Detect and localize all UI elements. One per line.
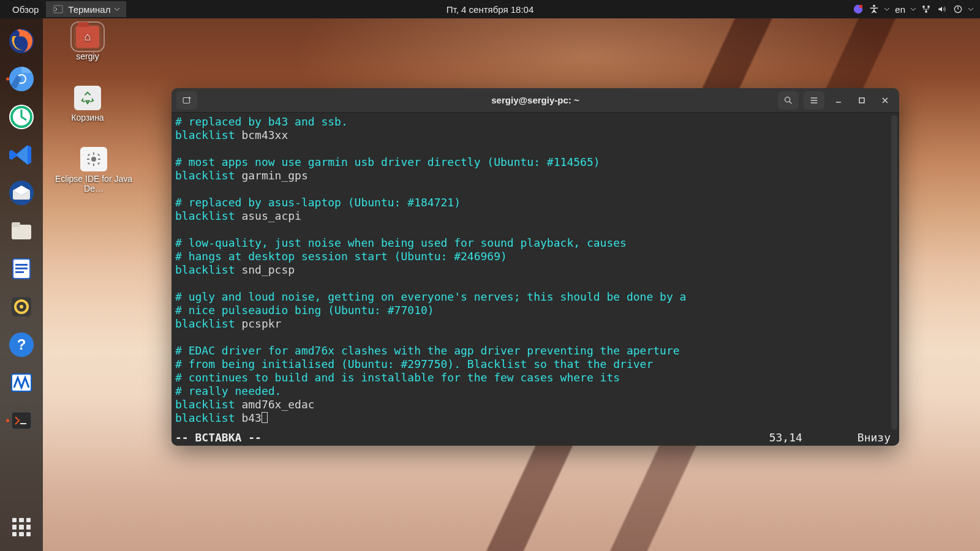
app-menu-label: Терминал bbox=[68, 4, 110, 15]
dock: ? bbox=[0, 18, 43, 551]
svg-rect-31 bbox=[93, 152, 94, 155]
svg-rect-29 bbox=[20, 423, 26, 424]
dock-vscode[interactable] bbox=[5, 138, 38, 171]
vim-location: Внизу bbox=[858, 431, 891, 444]
svg-rect-16 bbox=[12, 222, 20, 227]
desktop-icon-home[interactable]: ⌂ sergiy bbox=[54, 24, 121, 61]
accessibility-icon[interactable] bbox=[868, 3, 880, 15]
svg-rect-5 bbox=[927, 6, 929, 7]
svg-rect-28 bbox=[12, 412, 31, 429]
dock-rhythmbox[interactable] bbox=[5, 290, 38, 323]
app-menu-button[interactable]: Терминал bbox=[46, 1, 126, 17]
svg-point-30 bbox=[91, 157, 96, 162]
search-icon bbox=[783, 96, 793, 105]
dock-help[interactable]: ? bbox=[5, 328, 38, 361]
search-button[interactable] bbox=[778, 91, 799, 110]
desktop-icon-label: sergiy bbox=[54, 51, 121, 61]
terminal-titlebar[interactable]: sergiy@sergiy-pc: ~ bbox=[172, 88, 899, 113]
recycle-icon bbox=[81, 91, 94, 105]
svg-rect-33 bbox=[87, 159, 89, 160]
svg-rect-20 bbox=[15, 268, 28, 269]
svg-rect-37 bbox=[88, 162, 90, 165]
chevron-down-icon bbox=[884, 6, 890, 12]
svg-text:?: ? bbox=[17, 336, 26, 353]
power-icon[interactable] bbox=[952, 3, 964, 15]
apps-grid-icon bbox=[12, 518, 31, 536]
vim-mode: -- ВСТАВКА -- bbox=[175, 431, 262, 444]
svg-rect-0 bbox=[54, 6, 62, 13]
desktop-icon-label: Корзина bbox=[54, 113, 121, 122]
desktop-icon-eclipse[interactable]: Eclipse IDE for Java De… bbox=[54, 147, 134, 193]
svg-rect-36 bbox=[97, 162, 100, 165]
svg-rect-41 bbox=[859, 98, 864, 103]
close-button[interactable] bbox=[876, 91, 894, 110]
volume-icon[interactable] bbox=[936, 3, 948, 15]
svg-rect-39 bbox=[183, 97, 190, 103]
chevron-down-icon bbox=[114, 6, 120, 12]
svg-rect-6 bbox=[925, 10, 927, 12]
svg-rect-21 bbox=[15, 271, 24, 273]
dock-files[interactable] bbox=[5, 214, 38, 247]
desktop-icon-label: Eclipse IDE for Java De… bbox=[54, 174, 134, 193]
dock-anydesk[interactable] bbox=[5, 100, 38, 133]
dock-thunderbird[interactable] bbox=[5, 176, 38, 209]
svg-point-40 bbox=[785, 97, 790, 102]
dock-virtualbox[interactable] bbox=[5, 366, 38, 399]
home-icon: ⌂ bbox=[76, 26, 99, 48]
chevron-down-icon bbox=[910, 6, 916, 12]
svg-rect-4 bbox=[922, 6, 924, 7]
svg-rect-19 bbox=[15, 264, 28, 266]
clock-label: Пт, 4 сентября 18:04 bbox=[447, 4, 534, 15]
svg-point-2 bbox=[859, 5, 862, 8]
dock-chromium[interactable] bbox=[5, 62, 38, 96]
terminal-window: sergiy@sergiy-pc: ~ # replaced by b43 an… bbox=[172, 88, 899, 446]
vim-status-line: -- ВСТАВКА -- 53,14 Внизу bbox=[175, 431, 891, 444]
svg-point-3 bbox=[873, 5, 876, 7]
chevron-down-icon bbox=[968, 6, 974, 12]
new-tab-button[interactable] bbox=[176, 91, 197, 110]
dock-firefox[interactable] bbox=[5, 24, 38, 58]
show-applications-button[interactable] bbox=[5, 511, 38, 544]
viber-tray-icon[interactable] bbox=[852, 3, 864, 15]
activities-label: Обзор bbox=[12, 4, 39, 15]
gear-icon bbox=[86, 152, 101, 167]
window-title: sergiy@sergiy-pc: ~ bbox=[491, 95, 579, 105]
desktop-icon-trash[interactable]: Корзина bbox=[54, 86, 121, 122]
svg-point-24 bbox=[20, 305, 23, 309]
network-icon[interactable] bbox=[920, 3, 932, 15]
activities-button[interactable]: Обзор bbox=[6, 2, 45, 17]
svg-rect-34 bbox=[98, 159, 100, 160]
terminal-body[interactable]: # replaced by b43 and ssb.blacklist bcm4… bbox=[172, 113, 899, 446]
clock[interactable]: Пт, 4 сентября 18:04 bbox=[447, 4, 534, 15]
hamburger-menu-button[interactable] bbox=[804, 91, 824, 110]
terminal-content: # replaced by b43 and ssb.blacklist bcm4… bbox=[175, 115, 895, 425]
top-bar: Обзор Терминал Пт, 4 сентября 18:04 en bbox=[0, 0, 980, 18]
minimize-button[interactable] bbox=[829, 91, 848, 110]
menu-icon bbox=[809, 96, 819, 105]
keyboard-layout-label: en bbox=[895, 4, 905, 15]
dock-libreoffice-writer[interactable] bbox=[5, 252, 38, 285]
maximize-button[interactable] bbox=[853, 91, 871, 110]
dock-terminal[interactable] bbox=[5, 404, 38, 437]
keyboard-layout-indicator[interactable]: en bbox=[894, 4, 907, 15]
svg-rect-32 bbox=[93, 163, 94, 166]
vim-position: 53,14 bbox=[769, 431, 858, 444]
terminal-app-icon bbox=[52, 3, 64, 15]
svg-rect-38 bbox=[97, 154, 100, 156]
scrollbar[interactable] bbox=[891, 115, 897, 430]
svg-rect-35 bbox=[88, 154, 90, 156]
